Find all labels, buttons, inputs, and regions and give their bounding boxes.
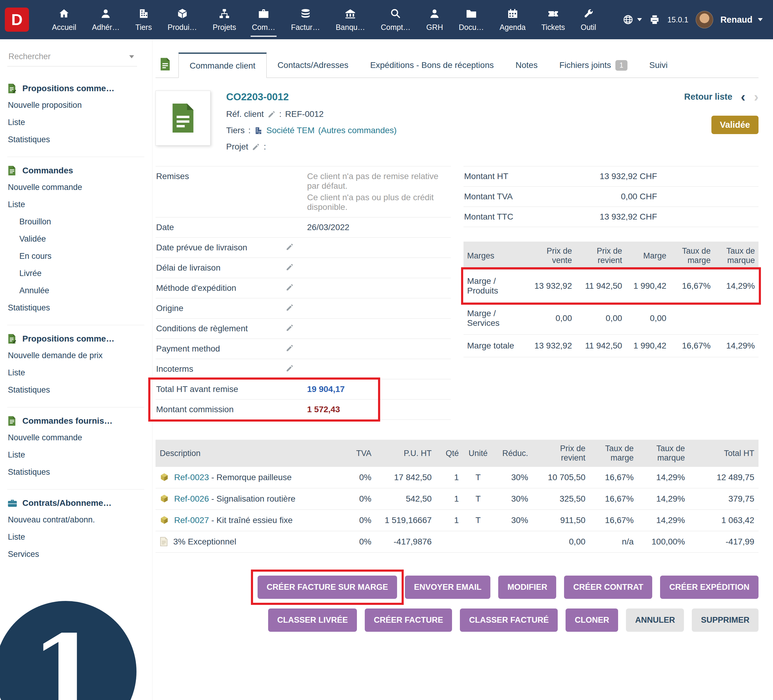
sidebar-item-liste[interactable]: Liste bbox=[7, 364, 144, 381]
sidebar-title-commandes[interactable]: Commandes bbox=[7, 164, 144, 179]
topnav-item-comptabilite[interactable]: Compt… bbox=[373, 0, 418, 39]
tab-label: Commande client bbox=[190, 61, 255, 71]
topnav-item-projets[interactable]: Projets bbox=[205, 0, 244, 39]
envoyer-email-button[interactable]: ENVOYER EMAIL bbox=[405, 576, 491, 599]
sidebar-item-en-cours[interactable]: En cours bbox=[7, 248, 144, 265]
sidebar-title-commandes-fournisseurs[interactable]: Commandes fournis… bbox=[7, 414, 144, 429]
tab-suivi[interactable]: Suivi bbox=[638, 53, 679, 78]
order-reference[interactable]: CO2203-0012 bbox=[226, 91, 397, 103]
classer-livree-button[interactable]: CLASSER LIVRÉE bbox=[268, 608, 357, 632]
edit-pencil-icon[interactable] bbox=[286, 344, 294, 352]
topnav-item-adherents[interactable]: Adhér… bbox=[84, 0, 128, 39]
creer-expedition-button[interactable]: CRÉER EXPÉDITION bbox=[660, 576, 758, 599]
topnav-item-outils[interactable]: Outil bbox=[573, 0, 604, 39]
topnav-item-produits[interactable]: Produi… bbox=[160, 0, 205, 39]
cloner-button[interactable]: CLONER bbox=[566, 608, 618, 632]
topnav-item-documents[interactable]: Docu… bbox=[451, 0, 492, 39]
sidebar-item-livree[interactable]: Livrée bbox=[7, 265, 144, 282]
edit-pencil-icon[interactable] bbox=[286, 283, 294, 292]
topnav-item-banques[interactable]: Banqu… bbox=[328, 0, 373, 39]
sidebar-item-liste[interactable]: Liste bbox=[7, 114, 144, 131]
row-label: Méthode d'expédition bbox=[156, 283, 236, 293]
sidebar-item-nouveau-contrat[interactable]: Nouveau contrat/abonn. bbox=[7, 511, 144, 529]
search-input[interactable] bbox=[8, 52, 117, 61]
order-thumbnail[interactable] bbox=[156, 91, 211, 145]
sidebar-title-demandes-prix[interactable]: Propositions comme… bbox=[7, 332, 144, 347]
modifier-button[interactable]: MODIFIER bbox=[498, 576, 556, 599]
annuler-button[interactable]: ANNULER bbox=[626, 608, 684, 632]
line-label: 3% Exceptionnel bbox=[173, 537, 237, 546]
user-avatar[interactable] bbox=[696, 11, 713, 28]
table-row-marge-totale: Marge totale 13 932,92 11 942,50 1 990,4… bbox=[464, 334, 758, 357]
sidebar-item-liste[interactable]: Liste bbox=[7, 446, 144, 464]
edit-pencil-icon[interactable] bbox=[268, 110, 276, 119]
magnifier-icon bbox=[390, 8, 401, 19]
edit-pencil-icon[interactable] bbox=[286, 263, 294, 271]
user-name[interactable]: Renaud bbox=[720, 15, 752, 25]
tab-label: Notes bbox=[515, 60, 538, 70]
creer-contrat-button[interactable]: CRÉER CONTRAT bbox=[564, 576, 652, 599]
other-orders-link[interactable]: (Autres commandes) bbox=[318, 126, 397, 135]
creer-facture-sur-marge-button[interactable]: CRÉER FACTURE SUR MARGE bbox=[258, 576, 397, 599]
sidebar-item-brouillon[interactable]: Brouillon bbox=[7, 213, 144, 231]
topnav-item-tiers[interactable]: Tiers bbox=[127, 0, 160, 39]
table-row-methode-expedition: Méthode d'expédition bbox=[156, 278, 451, 298]
edit-pencil-icon[interactable] bbox=[252, 143, 260, 151]
product-ref-link[interactable]: Ref-0023 bbox=[174, 473, 209, 482]
tab-commande-client[interactable]: Commande client bbox=[178, 53, 266, 78]
sidebar-section-demandes-prix: Propositions comme… Nouvelle demande de … bbox=[7, 325, 144, 399]
topnav-item-tickets[interactable]: Tickets bbox=[534, 0, 573, 39]
topnav-item-agenda[interactable]: Agenda bbox=[492, 0, 534, 39]
back-to-list-link[interactable]: Retour liste bbox=[684, 92, 732, 102]
cell: 1 990,42 bbox=[626, 334, 670, 357]
dolibarr-logo[interactable]: D bbox=[5, 8, 29, 32]
edit-pencil-icon[interactable] bbox=[286, 303, 294, 312]
thirdparty-link[interactable]: Société TEM bbox=[266, 126, 315, 135]
edit-pencil-icon[interactable] bbox=[286, 364, 294, 372]
tab-expeditions[interactable]: Expéditions - Bons de réceptions bbox=[359, 53, 505, 78]
cube-icon bbox=[177, 8, 188, 19]
chevron-down-icon[interactable] bbox=[758, 18, 763, 21]
tab-notes[interactable]: Notes bbox=[505, 53, 548, 78]
topnav-item-grh[interactable]: GRH bbox=[418, 0, 451, 39]
sidebar-title-contrats[interactable]: Contrats/Abonneme… bbox=[7, 496, 144, 511]
search-dropdown-caret-icon[interactable] bbox=[129, 55, 134, 58]
sidebar-item-annulee[interactable]: Annulée bbox=[7, 282, 144, 299]
chevron-left-icon[interactable]: ‹ bbox=[741, 91, 745, 102]
cell-pu-ht: 1 519,16667 bbox=[376, 510, 436, 531]
tab-fichiers-joints[interactable]: Fichiers joints 1 bbox=[548, 53, 638, 78]
printer-icon[interactable] bbox=[649, 14, 660, 25]
sidebar-item-liste[interactable]: Liste bbox=[7, 529, 144, 546]
topnav-item-commerce[interactable]: Com… bbox=[244, 0, 283, 39]
sidebar-item-validee[interactable]: Validée bbox=[7, 231, 144, 248]
edit-pencil-icon[interactable] bbox=[286, 324, 294, 332]
sidebar-item-nouvelle-commande[interactable]: Nouvelle commande bbox=[7, 179, 144, 196]
chevron-down-icon[interactable] bbox=[637, 18, 642, 21]
sidebar-item-liste[interactable]: Liste bbox=[7, 196, 144, 213]
topnav-item-facturation[interactable]: Factur… bbox=[283, 0, 328, 39]
product-ref-link[interactable]: Ref-0027 bbox=[174, 516, 209, 525]
sidebar-item-statistiques[interactable]: Statistiques bbox=[7, 381, 144, 399]
topnav-item-accueil[interactable]: Accueil bbox=[44, 0, 84, 39]
remise-note: Ce client n'a pas de remise relative par… bbox=[307, 171, 449, 191]
product-ref-link[interactable]: Ref-0026 bbox=[174, 494, 209, 503]
sidebar-item-nouvelle-demande-de-prix[interactable]: Nouvelle demande de prix bbox=[7, 347, 144, 364]
language-globe-icon[interactable] bbox=[623, 14, 633, 25]
column-header-unite: Unité bbox=[463, 440, 493, 467]
sidebar-item-statistiques[interactable]: Statistiques bbox=[7, 131, 144, 148]
sidebar-item-statistiques[interactable]: Statistiques bbox=[7, 464, 144, 481]
order-meta: CO2203-0012 Réf. client : REF-0012 Tiers… bbox=[226, 91, 397, 152]
creer-facture-button[interactable]: CRÉER FACTURE bbox=[365, 608, 452, 632]
sidebar-item-statistiques[interactable]: Statistiques bbox=[7, 299, 144, 316]
chevron-right-icon[interactable]: › bbox=[754, 91, 758, 102]
classer-facture-button[interactable]: CLASSER FACTURÉ bbox=[460, 608, 558, 632]
edit-pencil-icon[interactable] bbox=[286, 243, 294, 251]
table-row-origine: Origine bbox=[156, 298, 451, 319]
sidebar-title-propositions[interactable]: Propositions comme… bbox=[7, 82, 144, 97]
tab-contacts-adresses[interactable]: Contacts/Adresses bbox=[266, 53, 359, 78]
sidebar-item-nouvelle-commande[interactable]: Nouvelle commande bbox=[7, 429, 144, 446]
sidebar-item-services[interactable]: Services bbox=[7, 546, 144, 563]
sidebar-item-nouvelle-proposition[interactable]: Nouvelle proposition bbox=[7, 97, 144, 114]
supprimer-button[interactable]: SUPPRIMER bbox=[692, 608, 758, 632]
row-label: Payment method bbox=[156, 344, 220, 354]
